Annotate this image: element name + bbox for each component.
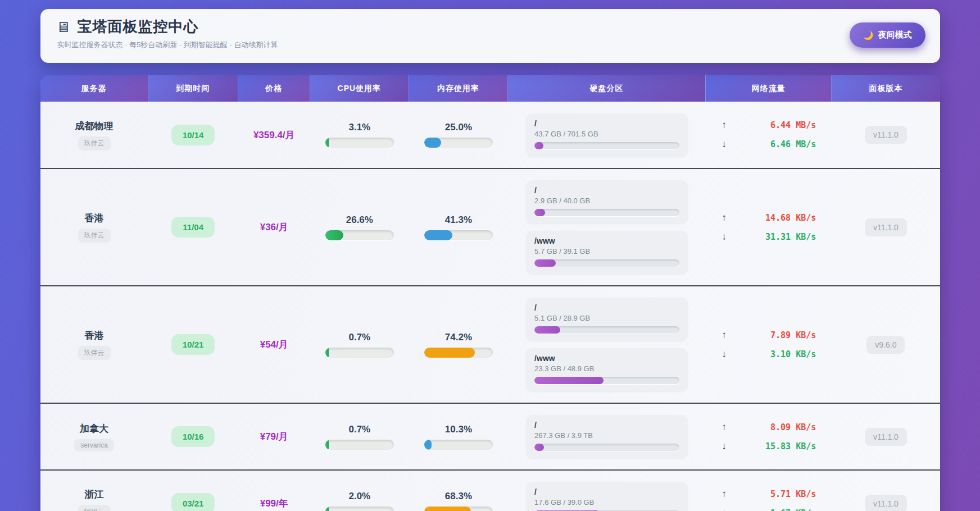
version-cell: v11.1.0 xyxy=(832,126,940,144)
disk-partition: / 2.9 GB / 40.0 GB xyxy=(526,180,688,223)
upload-speed: 14.68 KB/s xyxy=(765,213,816,223)
disk-partition: /www 5.7 GB / 39.1 GB xyxy=(526,231,688,274)
memory-bar-fill xyxy=(424,507,471,511)
upload-line: ↑ 14.68 KB/s xyxy=(722,212,816,223)
disk-mount: / xyxy=(534,487,679,496)
table-row: 香港 玖伴云 10/21 ¥54/月 0.7% 74.2% xyxy=(40,285,940,403)
price-cell: ¥79/月 xyxy=(238,430,310,443)
expiry-badge: 11/04 xyxy=(171,217,215,238)
disk-cell: / 5.1 GB / 28.9 GB /www 23.3 GB / 48.9 G… xyxy=(508,298,706,391)
disk-bar-track xyxy=(534,444,679,451)
version-cell: v9.6.0 xyxy=(832,336,940,354)
provider-badge: 玖伴云 xyxy=(78,346,111,360)
memory-bar-fill xyxy=(424,348,475,358)
memory-bar-track xyxy=(424,348,493,358)
download-line: ↓ 6.46 MB/s xyxy=(722,139,816,150)
server-table: 服务器 到期时间 价格 CPU使用率 内存使用率 硬盘分区 网络流量 面板版本 … xyxy=(40,75,940,511)
download-speed: 3.10 KB/s xyxy=(770,349,816,359)
col-header-memory: 内存使用率 xyxy=(409,75,508,102)
disk-cell: / 267.3 GB / 3.9 TB xyxy=(508,415,706,458)
download-arrow-icon: ↓ xyxy=(722,231,734,243)
memory-bar-track xyxy=(424,507,493,511)
upload-speed: 8.09 KB/s xyxy=(770,422,816,432)
memory-bar-track xyxy=(424,138,493,148)
upload-speed: 6.44 MB/s xyxy=(770,120,816,130)
memory-percent-label: 68.3% xyxy=(445,491,472,502)
table-row: 加拿大 servarica 10/16 ¥79/月 0.7% 10.3% xyxy=(40,403,940,469)
page: 🖥 宝塔面板监控中心 实时监控服务器状态 · 每5秒自动刷新 · 到期智能提醒 … xyxy=(40,0,940,511)
memory-bar-fill xyxy=(424,230,452,240)
col-header-version: 面板版本 xyxy=(832,75,940,102)
upload-arrow-icon: ↑ xyxy=(722,330,734,341)
disk-bar-track xyxy=(534,326,679,334)
disk-partition: / 17.6 GB / 39.0 GB xyxy=(526,482,688,511)
expiry-cell: 10/14 xyxy=(148,125,238,145)
disk-mount: / xyxy=(534,303,679,312)
disk-bar-fill xyxy=(534,142,543,149)
download-arrow-icon: ↓ xyxy=(722,349,734,360)
server-name: 加拿大 xyxy=(80,422,108,435)
table-header-row: 服务器 到期时间 价格 CPU使用率 内存使用率 硬盘分区 网络流量 面板版本 xyxy=(40,75,940,102)
download-line: ↓ 1.67 KB/s xyxy=(722,508,816,511)
table-row: 浙江 阿里云 03/21 ¥99/年 2.0% 68.3% xyxy=(40,469,940,511)
server-cell: 加拿大 servarica xyxy=(40,422,148,451)
cpu-percent-label: 0.7% xyxy=(348,424,370,435)
upload-speed: 5.71 KB/s xyxy=(770,489,816,499)
disk-partition: / 267.3 GB / 3.9 TB xyxy=(526,415,688,458)
download-arrow-icon: ↓ xyxy=(722,508,734,511)
cpu-cell: 0.7% xyxy=(310,332,409,358)
price-label: ¥54/月 xyxy=(260,338,288,351)
network-stack: ↑ 14.68 KB/s ↓ 31.31 KB/s xyxy=(722,212,816,243)
memory-percent-label: 41.3% xyxy=(445,215,472,226)
disk-stack: / 17.6 GB / 39.0 GB xyxy=(526,482,688,511)
network-stack: ↑ 5.71 KB/s ↓ 1.67 KB/s xyxy=(722,489,816,511)
network-cell: ↑ 8.09 KB/s ↓ 15.83 KB/s xyxy=(706,422,832,452)
table-body: 成都物理 玖伴云 10/14 ¥359.4/月 3.1% 25.0% xyxy=(40,102,940,511)
disk-mount: / xyxy=(534,421,679,430)
expiry-badge: 03/21 xyxy=(171,493,215,511)
expiry-badge: 10/14 xyxy=(171,125,215,145)
price-label: ¥99/年 xyxy=(260,497,288,510)
disk-usage: 267.3 GB / 3.9 TB xyxy=(534,431,679,440)
disk-usage: 17.6 GB / 39.0 GB xyxy=(534,498,679,507)
memory-percent-label: 25.0% xyxy=(445,122,472,133)
cpu-cell: 0.7% xyxy=(310,424,409,450)
version-badge: v11.1.0 xyxy=(865,428,907,446)
upload-line: ↑ 6.44 MB/s xyxy=(722,120,816,131)
col-header-server: 服务器 xyxy=(40,75,148,102)
disk-usage: 5.7 GB / 39.1 GB xyxy=(534,247,679,256)
price-cell: ¥359.4/月 xyxy=(238,129,310,142)
disk-bar-fill xyxy=(534,377,604,384)
memory-cell: 10.3% xyxy=(409,424,508,450)
disk-stack: / 2.9 GB / 40.0 GB /www 5.7 GB / 39.1 GB xyxy=(526,180,688,274)
server-name: 香港 xyxy=(85,329,104,342)
col-header-expiry: 到期时间 xyxy=(148,75,238,102)
cpu-percent-label: 3.1% xyxy=(348,122,370,133)
disk-cell: / 17.6 GB / 39.0 GB xyxy=(508,482,706,511)
provider-badge: 阿里云 xyxy=(78,505,111,511)
cpu-cell: 3.1% xyxy=(310,122,409,148)
price-cell: ¥36/月 xyxy=(238,221,310,234)
disk-partition: /www 23.3 GB / 48.9 GB xyxy=(526,348,688,391)
memory-percent-label: 10.3% xyxy=(445,424,472,435)
server-name: 浙江 xyxy=(85,488,104,501)
upload-speed: 7.89 KB/s xyxy=(770,330,816,340)
version-cell: v11.1.0 xyxy=(832,218,940,236)
disk-stack: / 267.3 GB / 3.9 TB xyxy=(526,415,688,458)
disk-cell: / 2.9 GB / 40.0 GB /www 5.7 GB / 39.1 GB xyxy=(508,180,706,274)
memory-bar-fill xyxy=(424,138,442,148)
table-row: 香港 玖伴云 11/04 ¥36/月 26.6% 41.3% xyxy=(40,168,940,285)
network-cell: ↑ 7.89 KB/s ↓ 3.10 KB/s xyxy=(706,330,832,360)
cpu-bar-track xyxy=(325,440,394,450)
server-cell: 香港 玖伴云 xyxy=(40,329,148,360)
download-speed: 1.67 KB/s xyxy=(770,508,816,511)
memory-percent-label: 74.2% xyxy=(445,332,472,343)
version-badge: v11.1.0 xyxy=(865,218,907,236)
expiry-badge: 10/16 xyxy=(171,426,215,447)
upload-arrow-icon: ↑ xyxy=(722,422,734,433)
memory-cell: 74.2% xyxy=(409,332,508,358)
table-row: 成都物理 玖伴云 10/14 ¥359.4/月 3.1% 25.0% xyxy=(40,102,940,168)
price-cell: ¥99/年 xyxy=(238,497,310,510)
disk-mount: /www xyxy=(534,354,679,363)
night-mode-button[interactable]: 🌙 夜间模式 xyxy=(850,22,925,48)
